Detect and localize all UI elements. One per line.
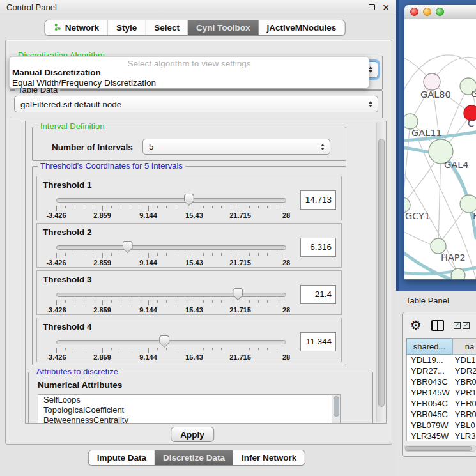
- scrollbar[interactable]: [404, 445, 476, 452]
- threshold-slider[interactable]: -3.4262.8599.14415.4321.71528: [56, 196, 286, 220]
- slider-handle[interactable]: [184, 194, 194, 206]
- tick-mark: [258, 206, 259, 208]
- table-row[interactable]: YDL19...YDL1: [407, 355, 476, 365]
- group-title: Interval Definition: [38, 121, 107, 131]
- slider-handle[interactable]: [233, 288, 243, 300]
- tick-mark: [75, 348, 75, 350]
- tab-jactivemnodules[interactable]: jActiveMNodules: [259, 20, 345, 35]
- threshold-value-box[interactable]: 6.316: [300, 238, 336, 257]
- threshold-label: Threshold 3: [43, 275, 92, 284]
- threshold-value-box[interactable]: 21.4: [300, 285, 336, 304]
- dropdown-option-manual-discretization[interactable]: Manual Discretization: [10, 68, 369, 78]
- minimize-traffic-light-icon[interactable]: [423, 8, 431, 16]
- tick-mark: [111, 253, 112, 256]
- table-panel: Table Panel ⚙ ✓ ✓ shared...na YDL19...YD…: [396, 291, 476, 476]
- scrollbar-thumb[interactable]: [378, 139, 385, 407]
- checkbox-icon[interactable]: ✓: [454, 322, 461, 329]
- table-data-value: galFiltered.sif default node: [20, 100, 121, 109]
- network-node-hap2[interactable]: [431, 238, 446, 254]
- tick-mark: [286, 206, 286, 211]
- tick-label: 28: [282, 259, 290, 266]
- tab-impute-data[interactable]: Impute Data: [89, 450, 155, 465]
- table-row[interactable]: YDR27...YDR2: [407, 365, 476, 376]
- network-node-gal11[interactable]: [404, 114, 418, 129]
- tick-mark: [176, 253, 176, 256]
- tick-mark: [286, 348, 286, 353]
- number-of-intervals-value: 5: [149, 142, 154, 151]
- network-canvas[interactable]: GAL80GAGAL11GAL4GCY1HHAP2C: [404, 19, 476, 279]
- tick-mark: [267, 253, 268, 256]
- network-node-gal80[interactable]: [424, 73, 440, 90]
- tab-label: jActiveMNodules: [267, 23, 337, 33]
- table-row[interactable]: YER054CYER0: [407, 398, 476, 409]
- tick-mark: [111, 348, 112, 350]
- tick-label: 9.144: [139, 306, 157, 314]
- tick-mark: [157, 253, 158, 256]
- table-row[interactable]: YBR045CYBR0: [407, 409, 476, 420]
- threshold-slider[interactable]: -3.4262.8599.14415.4321.71528: [56, 290, 286, 314]
- tick-label: 15.43: [185, 353, 203, 361]
- cyni-toolbox-panel: Discretization Algorithm Table Data galF…: [5, 40, 392, 445]
- column-header-shared-[interactable]: shared...: [406, 338, 452, 355]
- threshold-value-box[interactable]: 11.344: [300, 332, 336, 351]
- tick-label: -3.426: [46, 211, 66, 219]
- list-item[interactable]: SelfLoops: [38, 395, 340, 405]
- network-node-label: H: [473, 211, 476, 221]
- tick-mark: [111, 206, 112, 208]
- tick-mark: [102, 253, 103, 258]
- tick-mark: [240, 348, 240, 353]
- threshold-rows: Threshold 1-3.4262.8599.14415.4321.71528…: [33, 176, 346, 362]
- tick-label: -3.426: [46, 353, 66, 361]
- network-node-h[interactable]: [460, 195, 476, 213]
- number-of-intervals-combobox[interactable]: 5: [142, 139, 330, 155]
- tick-mark: [56, 300, 57, 305]
- tick-mark: [258, 253, 259, 256]
- gear-icon[interactable]: ⚙: [410, 319, 422, 332]
- scrollbar-thumb[interactable]: [334, 396, 339, 417]
- tab-style[interactable]: Style: [107, 20, 145, 35]
- tab-infer-network[interactable]: Infer Network: [233, 450, 305, 465]
- table-row[interactable]: YBR043CYBR0: [407, 376, 476, 387]
- tick-mark: [258, 348, 259, 350]
- tick-labels: -3.4262.8599.14415.4321.71528: [56, 306, 286, 314]
- tab-label: Network: [65, 23, 99, 33]
- table-cell: YBR0: [452, 409, 476, 420]
- scrollbar[interactable]: [332, 395, 340, 423]
- tick-mark: [249, 206, 250, 208]
- columns-icon[interactable]: [431, 320, 444, 331]
- threshold-slider[interactable]: -3.4262.8599.14415.4321.71528: [56, 337, 286, 362]
- list-item[interactable]: BetweennessCentrality: [38, 415, 340, 424]
- checkbox-icon[interactable]: ✓: [463, 322, 470, 329]
- slider-tick-marks: [56, 300, 286, 305]
- table-data-combobox[interactable]: galFiltered.sif default node: [14, 96, 378, 112]
- tab-network[interactable]: Network: [45, 20, 107, 35]
- tick-mark: [130, 253, 130, 256]
- scrollbar[interactable]: [376, 122, 385, 422]
- table-row[interactable]: YPR145WYPR1: [407, 387, 476, 398]
- tick-mark: [121, 300, 121, 303]
- table-row[interactable]: YBL079WYBL0: [407, 420, 476, 431]
- tick-mark: [148, 348, 149, 353]
- close-icon[interactable]: ✕: [382, 3, 390, 12]
- tab-select[interactable]: Select: [145, 20, 188, 35]
- dropdown-placeholder: Select algorithm to view settings: [10, 57, 369, 68]
- slider-handle[interactable]: [123, 241, 133, 253]
- zoom-traffic-light-icon[interactable]: [436, 8, 444, 16]
- tab-discretize-data[interactable]: Discretize Data: [155, 450, 233, 465]
- column-header-na[interactable]: na: [452, 338, 476, 355]
- table-row[interactable]: YLR345WYLR3: [407, 431, 476, 441]
- list-item[interactable]: TopologicalCoefficient: [38, 405, 340, 415]
- tick-mark: [185, 300, 185, 303]
- dropdown-option-equal-width-frequency-discretization[interactable]: Equal Width/Frequency Discretization: [10, 78, 369, 88]
- threshold-value-box[interactable]: 14.713: [300, 190, 336, 210]
- tick-mark: [102, 348, 103, 353]
- close-traffic-light-icon[interactable]: [410, 8, 418, 16]
- apply-button[interactable]: Apply: [171, 427, 214, 442]
- tab-cyni-toolbox[interactable]: Cyni Toolbox: [188, 20, 259, 35]
- scrollbar-thumb[interactable]: [405, 446, 472, 451]
- numerical-attributes-list[interactable]: SelfLoopsTopologicalCoefficientBetweenne…: [38, 394, 341, 424]
- float-window-icon[interactable]: [369, 4, 375, 10]
- threshold-slider[interactable]: -3.4262.8599.14415.4321.71528: [56, 243, 286, 267]
- network-node[interactable]: [451, 268, 465, 279]
- slider-handle[interactable]: [159, 335, 169, 348]
